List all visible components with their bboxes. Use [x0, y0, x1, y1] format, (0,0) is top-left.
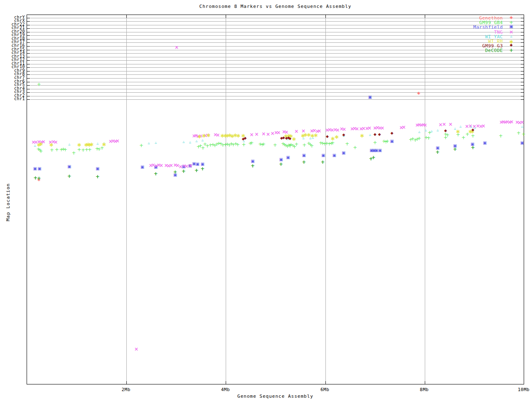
legend-label-decode: DeCODE	[441, 48, 503, 53]
y-tick-right	[521, 46, 524, 47]
chromosome-gridline	[30, 78, 524, 79]
marker-wi-rh: ∗	[291, 136, 296, 142]
x-tick-bottom	[325, 381, 326, 384]
y-tick-left	[27, 60, 30, 61]
marker-tng: ×	[134, 347, 138, 352]
marker-wi-rh: ∗	[102, 141, 107, 147]
marker-tng: ×	[294, 129, 298, 134]
y-tick-left	[27, 28, 30, 29]
marker-decode: +	[321, 160, 325, 165]
y-tick-left	[27, 85, 30, 86]
marker-marshfield: ▣	[96, 167, 99, 171]
marker-decode: +	[154, 171, 158, 176]
marker-decode: +	[471, 145, 475, 150]
marker-marshfield: ▣	[33, 167, 37, 171]
x-tick-label: 4Mb	[213, 387, 238, 392]
y-tick-left	[27, 53, 30, 54]
x-tick-top	[226, 15, 226, 18]
marker-tng: ×	[355, 126, 359, 131]
marker-wi-rh: ∗	[456, 128, 461, 134]
marker-marshfield: ▣	[286, 155, 290, 160]
marker-gm99-gb4: +	[426, 135, 431, 140]
marker-wi-rh: ∗	[89, 141, 94, 147]
y-tick-left	[27, 67, 30, 68]
y-tick-left	[27, 74, 30, 75]
marker-genethon: ◈	[417, 91, 421, 95]
marker-tng: ×	[169, 163, 173, 168]
marker-gm99-gb4: +	[55, 147, 59, 152]
y-tick-right	[521, 53, 524, 54]
y-tick-left	[27, 71, 30, 71]
marker-tng: ×	[510, 119, 514, 124]
marker-gm99-g3: ◆	[326, 134, 329, 138]
x-tick-top	[325, 15, 326, 18]
marker-gm99-gb4: +	[522, 132, 526, 137]
marker-gm99-gb4: +	[310, 143, 314, 148]
x-tick-top	[425, 15, 425, 18]
y-tick-left	[27, 21, 30, 22]
chromosome-gridline	[30, 96, 524, 96]
marker-gm99-gb4: +	[417, 136, 421, 141]
marker-wi-rh: ∗	[206, 132, 211, 138]
marker-wi-rh: ∗	[334, 134, 339, 140]
x-tick-label: 6Mb	[313, 387, 337, 392]
marker-gm99-gb4: +	[443, 135, 448, 140]
x-tick-label: 10Mb	[511, 387, 532, 392]
marker-gm99-gb4: +	[71, 150, 76, 155]
marker-gm99-gb4: +	[461, 135, 466, 140]
y-tick-left	[27, 50, 30, 50]
y-tick-left	[27, 89, 30, 89]
marker-marshfield: ▣	[378, 148, 382, 153]
y-tick-left	[27, 92, 30, 93]
y-tick-right	[521, 28, 524, 29]
marker-gm99-gb4: +	[302, 143, 306, 148]
marker-decode: +	[173, 170, 177, 175]
marker-gm99-g3: ◆	[378, 133, 381, 136]
y-tick-right	[521, 74, 524, 75]
marker-wi-yac: ▵	[418, 130, 420, 134]
y-tick-right	[521, 21, 524, 22]
marker-gm99-gb4: +	[50, 148, 54, 153]
y-tick-right	[521, 25, 524, 25]
marker-decode: +	[37, 176, 41, 181]
marker-tng: ×	[481, 123, 485, 128]
marker-gm99-g3: ◆	[444, 129, 447, 133]
x-tick-label: 8Mb	[412, 387, 437, 392]
y-tick-left	[27, 82, 30, 82]
x-tick-bottom	[425, 381, 425, 384]
chromosome-gridline	[30, 64, 524, 64]
y-tick-right	[521, 42, 524, 43]
y-tick-right	[521, 39, 524, 39]
y-tick-label: chr1	[2, 96, 25, 101]
y-tick-left	[27, 46, 30, 47]
marker-tng: ×	[216, 133, 220, 138]
marker-wi-yac: ▵	[68, 142, 70, 146]
marker-decode: +	[251, 163, 255, 168]
marker-marshfield: ▣	[483, 141, 487, 145]
marker-tng: ×	[250, 132, 254, 137]
marker-gm99-gb4: +	[63, 147, 67, 152]
marker-wi-yac: ▵	[182, 140, 185, 144]
marker-gm99-gb4: +	[39, 149, 43, 154]
filled-diamond-icon: ◆	[507, 43, 515, 47]
marker-tng: ×	[188, 163, 192, 168]
marker-marshfield: ▣	[390, 139, 394, 143]
x-tick-top	[126, 15, 127, 18]
chromosome-gridline	[30, 85, 524, 86]
marker-decode: +	[195, 168, 199, 173]
marker-wi-rh: ∗	[77, 142, 82, 148]
marker-gm99-g3: ◆	[471, 128, 474, 131]
marker-gm99-gb4: +	[273, 143, 277, 148]
marker-tng: ×	[380, 126, 384, 131]
marker-tng: ×	[255, 132, 259, 137]
marker-marshfield: ▣	[67, 165, 71, 169]
marker-gm99-gb4: +	[345, 141, 349, 146]
marker-wi-rh: ∗	[49, 142, 54, 148]
marker-wi-yac: ▵	[34, 143, 36, 148]
marker-wi-yac: ▵	[155, 140, 157, 145]
x-axis-title: Genome Sequence Assembly	[27, 394, 524, 399]
marker-gm99-g3: ◆	[282, 136, 285, 140]
marker-tng: ×	[448, 122, 453, 127]
marker-wi-yac: ▵	[431, 129, 433, 133]
marker-decode: +	[372, 155, 376, 160]
